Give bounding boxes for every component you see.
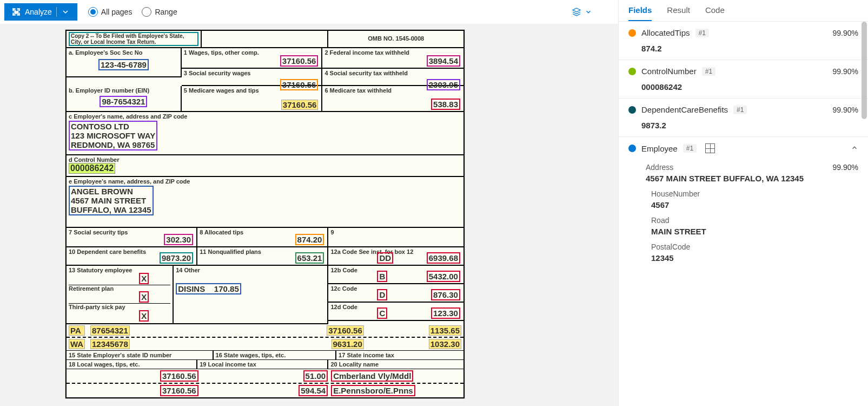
field-value: 874.2 — [641, 44, 858, 53]
field-value: 9873.2 — [641, 121, 858, 130]
ssn-value: 123-45-6789 — [98, 59, 149, 70]
subfield-confidence: 99.90% — [833, 163, 858, 172]
svg-rect-8 — [15, 10, 16, 14]
box15-label: 15 State Employer's state ID number — [69, 352, 171, 358]
subfield-address: Address99.90% 4567 MAIN STREET BUFFALO, … — [619, 160, 868, 186]
field-badge: #1 — [683, 144, 697, 153]
omb-label: OMB NO. 1545-0008 — [368, 35, 424, 42]
radio-all-pages[interactable]: All pages — [88, 7, 132, 17]
field-name: ControlNumber — [641, 67, 697, 76]
box20-label: 20 Locality name — [330, 361, 379, 368]
box10-value: 9873.20 — [160, 252, 193, 264]
box16-label: 16 State wages, tips, etc. — [216, 352, 286, 358]
field-color-dot — [628, 29, 636, 37]
scrollbar[interactable] — [860, 22, 868, 406]
box5-value: 37160.56 — [281, 100, 319, 110]
swages2: 9631.20 — [332, 339, 364, 349]
state1: PA — [69, 325, 85, 336]
chevron-up-icon[interactable] — [851, 144, 858, 153]
svg-rect-7 — [19, 13, 19, 15]
analyze-label: Analyze — [25, 8, 52, 16]
scrollbar-thumb[interactable] — [862, 22, 867, 119]
box7-value: 302.30 — [164, 234, 193, 245]
toolbar: Analyze All pages Range — [0, 0, 618, 24]
subfield-road: Road MAIN STREET — [619, 213, 868, 239]
radio-all-pages-label: All pages — [101, 8, 132, 16]
box18-label: 18 Local wages, tips, etc. — [69, 361, 140, 368]
box13-label: 13 Statutory employee — [69, 267, 170, 273]
field-color-dot — [628, 68, 636, 75]
lname2: E.Pennsboro/E.Pnns — [331, 385, 415, 396]
stax1: 1135.65 — [429, 325, 461, 336]
swages1: 37160.56 — [327, 325, 364, 336]
lname1: Cmberland Vly/Mddl — [331, 370, 413, 382]
fields-list: AllocatedTips #1 99.90% 874.2 ControlNum… — [619, 22, 868, 406]
subfield-label: HouseNumber — [651, 189, 858, 198]
employee-line1: ANGEL BROWN — [71, 187, 151, 196]
field-dependentcarebenefits[interactable]: DependentCareBenefits #1 99.90% 9873.2 — [619, 99, 868, 137]
box17-label: 17 State income tax — [339, 352, 394, 358]
box12b-code: B — [377, 271, 387, 282]
field-name: DependentCareBenefits — [641, 105, 728, 114]
radio-circle — [142, 7, 151, 17]
box-c-label: c Employer's name, address and ZIP code — [69, 113, 461, 120]
box12c-value: 876.30 — [431, 289, 460, 300]
field-employee[interactable]: Employee #1 — [619, 137, 868, 160]
subfield-label: Road — [651, 216, 858, 225]
tab-result[interactable]: Result — [667, 5, 690, 21]
field-badge: #1 — [733, 106, 747, 114]
tab-fields[interactable]: Fields — [628, 5, 652, 21]
radio-range-label: Range — [155, 8, 177, 16]
chevron-down-icon[interactable] — [585, 8, 592, 16]
control-number-value: 000086242 — [69, 163, 115, 174]
box8-value: 874.20 — [295, 234, 324, 245]
copy2-text: Copy 2 -- To Be Filed with Employee's St… — [69, 32, 198, 46]
toolbar-right — [572, 7, 614, 17]
field-confidence: 99.90% — [833, 29, 858, 37]
box13c-x: X — [139, 310, 149, 322]
svg-rect-1 — [13, 9, 14, 11]
side-panel: Fields Result Code AllocatedTips #1 99.9… — [618, 0, 868, 406]
analyze-button[interactable]: Analyze — [4, 3, 77, 21]
svg-rect-3 — [19, 9, 19, 11]
chevron-down-icon[interactable] — [61, 8, 70, 16]
field-allocatedtips[interactable]: AllocatedTips #1 99.90% 874.2 — [619, 22, 868, 60]
field-controlnumber[interactable]: ControlNumber #1 99.90% 000086242 — [619, 60, 868, 99]
subfield-label: Address — [646, 163, 673, 172]
box14-value: DISINS 170.85 — [176, 283, 241, 294]
table-icon[interactable] — [705, 143, 715, 153]
lwages1: 37160.56 — [160, 370, 198, 382]
subfield-value: MAIN STREET — [651, 227, 858, 236]
field-color-dot — [628, 106, 636, 114]
subfield-value: 4567 MAIN STREET BUFFALO, WA 12345 — [646, 174, 858, 183]
state2: WA — [69, 339, 85, 349]
layers-icon[interactable] — [572, 7, 581, 17]
tab-code[interactable]: Code — [705, 5, 725, 21]
subfield-postalcode: PostalCode 12345 — [619, 239, 868, 266]
box-e-label: e Employee's name, address, and ZIP code — [69, 178, 461, 185]
box11-value: 653.21 — [295, 252, 324, 264]
box1-value: 37160.56 — [280, 55, 319, 67]
radio-range[interactable]: Range — [142, 7, 177, 17]
box-b-label: b. Employer ID number (EIN) — [69, 87, 178, 94]
field-name: AllocatedTips — [641, 28, 690, 37]
box12d-value: 123.30 — [431, 307, 460, 319]
page-range-radio-group: All pages Range — [88, 7, 177, 17]
subfield-value: 12345 — [651, 253, 858, 263]
employer-line1: CONTOSO LTD — [71, 122, 155, 131]
employer-line2: 123 MICROSOFT WAY — [71, 131, 155, 140]
ltax1: 51.00 — [303, 370, 328, 382]
box4-label: 4 Social security tax withheld — [324, 70, 461, 76]
field-name: Employee — [641, 144, 678, 153]
field-confidence: 99.90% — [833, 106, 858, 114]
document-viewport[interactable]: Copy 2 -- To Be Filed with Employee's St… — [0, 24, 618, 406]
box2-value: 3894.54 — [427, 55, 460, 67]
employee-line3: BUFFALO, WA 12345 — [71, 205, 151, 214]
field-color-dot — [628, 145, 636, 152]
employee-line2: 4567 MAIN STREET — [71, 196, 151, 205]
box6-value: 538.83 — [431, 99, 460, 110]
box12a-value: 6939.68 — [427, 252, 460, 264]
box9-label: 9 — [330, 229, 461, 235]
box14-label: 14 Other — [176, 267, 325, 273]
stateid2: 12345678 — [90, 339, 130, 349]
